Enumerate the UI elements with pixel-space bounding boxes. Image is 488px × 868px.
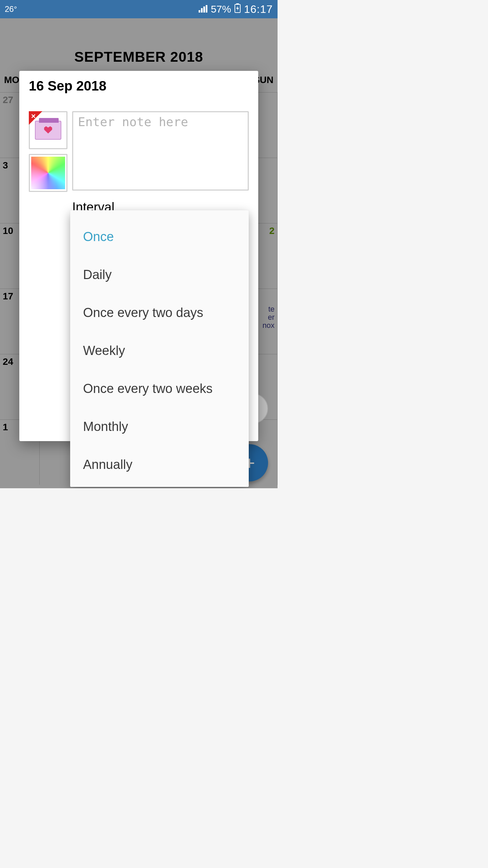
battery-percent: 57% xyxy=(211,3,231,15)
note-color-picker[interactable] xyxy=(29,154,67,192)
note-text-input[interactable] xyxy=(72,111,249,191)
heart-card-icon xyxy=(35,121,61,140)
interval-option-every-two-days[interactable]: Once every two days xyxy=(70,294,249,332)
interval-option-monthly[interactable]: Monthly xyxy=(70,408,249,446)
dialog-date-title: 16 Sep 2018 xyxy=(29,78,249,94)
status-time: 16:17 xyxy=(244,3,273,16)
signal-icon xyxy=(199,3,207,15)
interval-dropdown: Once Daily Once every two days Weekly On… xyxy=(70,210,249,487)
interval-option-annually[interactable]: Annually xyxy=(70,446,249,484)
battery-charging-icon xyxy=(235,3,241,15)
close-icon: ✕ xyxy=(31,113,36,120)
interval-option-daily[interactable]: Daily xyxy=(70,256,249,294)
interval-option-weekly[interactable]: Weekly xyxy=(70,332,249,370)
note-image-picker[interactable]: ✕ xyxy=(29,111,67,149)
svg-rect-1 xyxy=(236,3,239,4)
interval-option-every-two-weeks[interactable]: Once every two weeks xyxy=(70,370,249,408)
status-bar: 26° 57% 16:17 xyxy=(0,0,278,18)
status-temperature: 26° xyxy=(5,4,17,14)
color-swatch-icon xyxy=(31,157,65,189)
interval-option-once[interactable]: Once xyxy=(70,218,249,256)
status-right: 57% 16:17 xyxy=(199,3,273,16)
